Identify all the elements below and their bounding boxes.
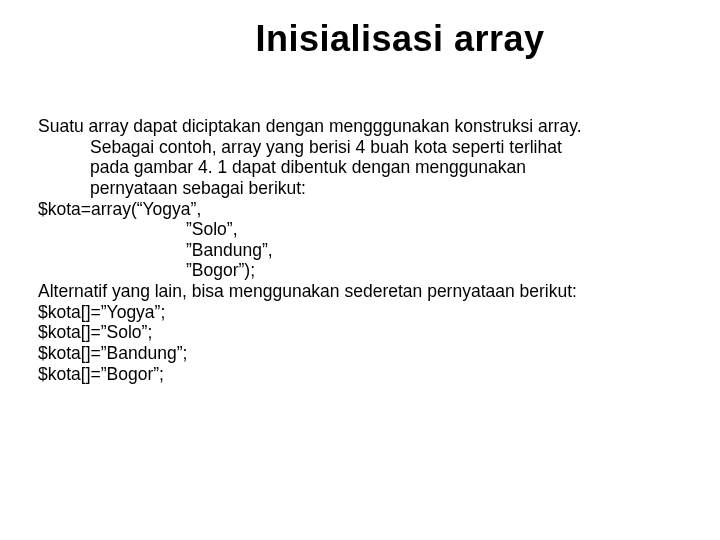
intro-line-1: Suatu array dapat diciptakan dengan meng… (38, 116, 582, 136)
code1-line-3: ”Bandung”, (38, 240, 682, 261)
code2-line-1: $kota[]=”Yogya”; (38, 302, 682, 323)
intro-line-2: Sebagai contoh, array yang berisi 4 buah… (38, 137, 682, 158)
intro-paragraph: Suatu array dapat diciptakan dengan meng… (38, 116, 682, 199)
code2-line-3: $kota[]=”Bandung”; (38, 343, 682, 364)
intro-line-4: pernyataan sebagai berikut: (38, 178, 682, 199)
code1-line-1: $kota=array(“Yogya”, (38, 199, 201, 219)
slide-title: Inisialisasi array (118, 18, 682, 60)
slide-body: Suatu array dapat diciptakan dengan meng… (38, 116, 682, 384)
code-block-2: $kota[]=”Yogya”; $kota[]=”Solo”; $kota[]… (38, 302, 682, 385)
code1-line-2: ”Solo”, (38, 219, 682, 240)
intro-line-3: pada gambar 4. 1 dapat dibentuk dengan m… (38, 157, 682, 178)
slide: Inisialisasi array Suatu array dapat dic… (0, 0, 720, 540)
code-block-1: $kota=array(“Yogya”, ”Solo”, ”Bandung”, … (38, 199, 682, 282)
code2-line-4: $kota[]=”Bogor”; (38, 364, 682, 385)
code2-line-2: $kota[]=”Solo”; (38, 322, 682, 343)
alternative-text: Alternatif yang lain, bisa menggunakan s… (38, 281, 682, 302)
code1-line-4: ”Bogor”); (38, 260, 682, 281)
